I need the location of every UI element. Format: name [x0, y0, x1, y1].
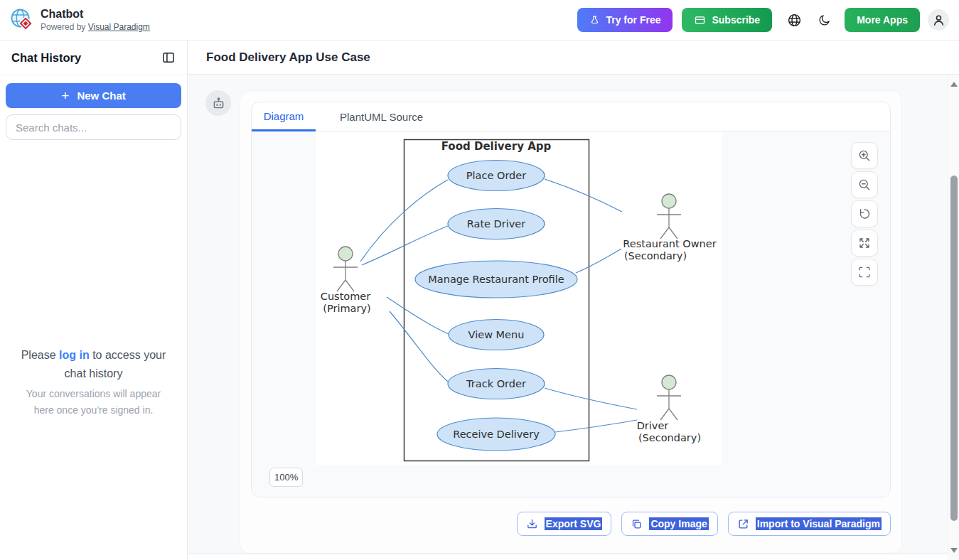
expand-button[interactable]	[851, 230, 878, 257]
moon-icon	[818, 14, 831, 26]
collapse-sidebar-button[interactable]	[161, 50, 176, 65]
expand-arrows-icon	[857, 236, 872, 250]
usecase-label: Track Order	[466, 378, 526, 389]
more-apps-label: More Apps	[857, 14, 908, 26]
chat-message-card: Diagram PlantUML Source Food Delivery Ap…	[240, 90, 902, 554]
login-hint: Your conversations will appear here once…	[20, 386, 168, 419]
viewer-tabs: Diagram PlantUML Source	[252, 102, 890, 131]
bot-avatar	[205, 90, 231, 116]
actor-name: Driver	[637, 420, 669, 431]
zoom-level-badge: 100%	[269, 468, 303, 487]
try-for-free-button[interactable]: Try for Free	[577, 8, 673, 32]
powered-by: Powered by Visual Paradigm	[41, 22, 150, 32]
export-svg-button[interactable]: Export SVG	[517, 512, 612, 536]
zoom-in-button[interactable]	[851, 142, 878, 169]
chat-history-sidebar: Chat History + New Chat Please log in to…	[0, 41, 188, 560]
actor-name: Restaurant Owner	[623, 238, 716, 249]
usecase-diagram: Food Delivery App	[316, 132, 722, 465]
actor-restaurant-owner: Restaurant Owner (Secondary)	[623, 194, 716, 262]
zoom-out-button[interactable]	[851, 171, 878, 198]
copy-icon	[631, 518, 643, 530]
subscribe-button[interactable]: Subscribe	[682, 8, 772, 32]
credit-card-icon	[694, 14, 706, 26]
actor-role: (Secondary)	[624, 250, 687, 262]
reset-rotate-icon	[857, 207, 872, 221]
actor-role: (Secondary)	[638, 432, 701, 443]
fullscreen-button[interactable]	[851, 259, 878, 286]
actor-role: (Primary)	[323, 303, 370, 314]
user-icon	[931, 13, 946, 28]
language-globe-button[interactable]	[787, 13, 802, 28]
reset-view-button[interactable]	[851, 200, 878, 227]
copy-image-label: Copy Image	[649, 517, 708, 530]
external-link-icon	[737, 518, 749, 530]
actor-driver: Driver (Secondary)	[637, 375, 701, 443]
search-chats-input[interactable]	[6, 114, 181, 140]
sidebar-header: Chat History	[0, 41, 187, 75]
globe-icon	[787, 13, 802, 28]
scroll-down-arrow[interactable]	[950, 548, 958, 553]
page-title: Food Delivery App Use Case	[206, 50, 370, 65]
export-svg-label: Export SVG	[545, 517, 603, 530]
diagram-panel: Diagram PlantUML Source Food Delivery Ap…	[251, 102, 891, 497]
scroll-up-arrow[interactable]	[950, 82, 958, 87]
powered-by-prefix: Powered by	[41, 22, 88, 32]
zoom-controls	[851, 142, 878, 286]
robot-icon	[211, 96, 226, 111]
zoom-in-icon	[857, 149, 872, 163]
usecase-label: View Menu	[468, 329, 525, 340]
import-to-visual-paradigm-button[interactable]: Import to Visual Paradigm	[728, 512, 891, 536]
app-title: Chatbot	[41, 8, 150, 21]
actor-name: Customer	[321, 291, 370, 302]
login-prompt-pre: Please	[21, 349, 59, 361]
visual-paradigm-link[interactable]: Visual Paradigm	[88, 22, 150, 32]
system-boundary-title: Food Delivery App	[441, 140, 552, 153]
user-avatar-button[interactable]	[928, 9, 949, 31]
fullscreen-brackets-icon	[857, 265, 872, 279]
usecase-diagram-svg: Food Delivery App	[316, 132, 722, 465]
app-title-block: Chatbot Powered by Visual Paradigm	[41, 8, 150, 31]
app-window: Chatbot Powered by Visual Paradigm Try f…	[0, 0, 959, 560]
bottom-divider	[188, 554, 959, 560]
subscribe-label: Subscribe	[712, 14, 760, 26]
import-label: Import to Visual Paradigm	[756, 517, 882, 530]
page-scrollbar[interactable]	[948, 75, 959, 560]
usecase-label: Manage Restaurant Profile	[428, 274, 564, 285]
new-chat-label: New Chat	[77, 90, 125, 102]
new-chat-button[interactable]: + New Chat	[6, 83, 181, 108]
login-prompt: Please log in to access your chat histor…	[15, 346, 173, 382]
more-apps-button[interactable]: More Apps	[845, 8, 920, 32]
diagram-viewport[interactable]: Food Delivery App	[252, 132, 890, 497]
flask-icon	[589, 14, 600, 26]
diagram-actions: Export SVG Copy Image Import to Visual P…	[517, 512, 891, 536]
page-title-bar: Food Delivery App Use Case	[188, 41, 959, 75]
usecase-label: Receive Delivery	[453, 429, 540, 440]
tab-diagram[interactable]: Diagram	[252, 102, 316, 131]
panel-toggle-icon	[161, 50, 176, 65]
log-in-link[interactable]: log in	[59, 349, 90, 361]
plus-icon: +	[61, 88, 69, 104]
header-actions: Try for Free Subscribe More Ap	[577, 8, 949, 32]
copy-image-button[interactable]: Copy Image	[621, 512, 717, 536]
scrollbar-thumb[interactable]	[950, 176, 958, 521]
login-prompt-block: Please log in to access your chat histor…	[0, 346, 187, 419]
dark-mode-toggle[interactable]	[818, 14, 831, 26]
try-for-free-label: Try for Free	[606, 14, 660, 26]
download-icon	[526, 518, 538, 530]
main-content: Diagram PlantUML Source Food Delivery Ap…	[188, 75, 959, 560]
tab-plantuml-source[interactable]: PlantUML Source	[328, 102, 434, 131]
zoom-out-icon	[857, 178, 872, 192]
usecase-label: Rate Driver	[467, 218, 526, 230]
top-header: Chatbot Powered by Visual Paradigm Try f…	[0, 0, 959, 41]
sidebar-title: Chat History	[11, 51, 81, 65]
usecase-label: Place Order	[466, 170, 526, 181]
app-logo-icon	[10, 8, 34, 32]
